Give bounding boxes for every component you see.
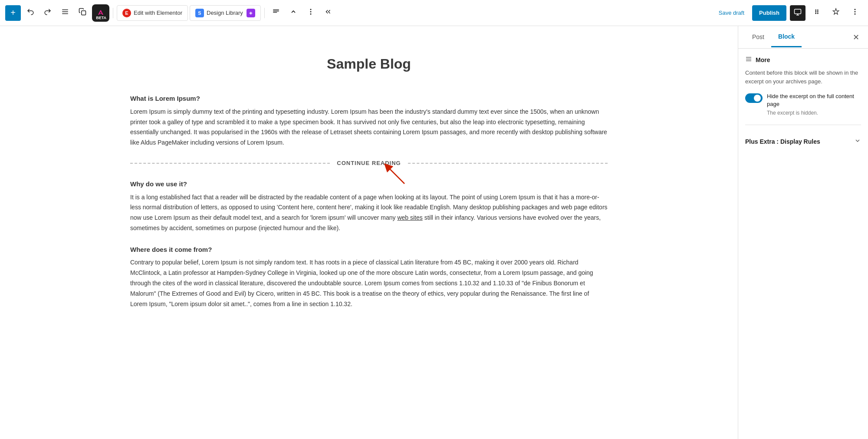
toolbar: + BETA E Edit with Elementor [0, 0, 868, 26]
ai-icon [832, 8, 840, 18]
align-icon [272, 8, 280, 18]
svg-rect-11 [795, 9, 801, 14]
svg-point-18 [815, 13, 816, 14]
desktop-view-button[interactable] [790, 5, 806, 21]
save-draft-button[interactable]: Save draft [714, 7, 749, 19]
design-library-label: Design Library [207, 10, 243, 16]
svg-point-9 [310, 11, 311, 12]
up-down-icon [290, 8, 297, 17]
undo-button[interactable] [23, 5, 38, 21]
desktop-icon [794, 8, 802, 17]
blog-title: Sample Blog [130, 52, 608, 76]
more-header: More [745, 56, 861, 64]
section1-heading: What is Lorem Ipsum? [130, 93, 608, 104]
toggle-slider [745, 93, 763, 103]
beta-badge: BETA [94, 15, 108, 21]
design-library-button[interactable]: S Design Library ◈ [190, 5, 261, 21]
main-layout: Sample Blog What is Lorem Ipsum? Lorem I… [0, 26, 868, 439]
more-section: More Content before this block will be s… [745, 56, 861, 116]
toggle-label-wrap: Hide the excerpt on the full content pag… [767, 92, 861, 116]
collapse-icon [324, 8, 332, 18]
tab-post[interactable]: Post [745, 27, 771, 47]
redo-icon [44, 8, 52, 18]
list-view-button[interactable] [57, 5, 73, 21]
sidebar-body: More Content before this block will be s… [738, 49, 868, 439]
chevron-down-icon [854, 137, 861, 145]
publish-button[interactable]: Publish [752, 5, 786, 21]
close-sidebar-button[interactable]: ✕ [851, 31, 861, 44]
continue-line-right [408, 163, 608, 164]
tab-block[interactable]: Block [771, 27, 802, 47]
continue-reading-text: CONTINUE READING [330, 158, 408, 168]
copy-button[interactable] [75, 5, 90, 21]
more-section-icon [745, 56, 752, 64]
display-rules-label: Plus Extra : Display Rules [745, 138, 820, 145]
sidebar-header: Post Block ✕ [738, 26, 868, 49]
section2-heading: Why do we use it? [130, 178, 608, 190]
more-desc: Content before this block will be shown … [745, 69, 861, 86]
copy-icon [79, 8, 86, 18]
toolbar-divider-2 [264, 8, 265, 18]
toggle-hint: The excerpt is hidden. [767, 110, 861, 116]
svg-rect-3 [82, 11, 86, 15]
section3-body: Contrary to popular belief, Lorem Ipsum … [130, 257, 608, 309]
section3-heading: Where does it come from? [130, 244, 608, 255]
web-sites-link[interactable]: web sites [397, 214, 422, 221]
section1-body: Lorem Ipsum is simply dummy text of the … [130, 107, 608, 148]
continue-line-left [130, 163, 330, 164]
more-title: More [756, 56, 770, 63]
toolbar-divider-1 [113, 8, 113, 18]
svg-point-16 [815, 11, 816, 12]
settings-button[interactable] [847, 5, 863, 21]
collapse-button[interactable] [320, 5, 336, 21]
svg-point-22 [855, 14, 855, 15]
beta-plugin-button[interactable]: BETA [92, 4, 109, 22]
svg-point-21 [855, 11, 855, 12]
svg-point-8 [310, 9, 311, 10]
elementor-btn-label: Edit with Elementor [134, 10, 182, 16]
continue-reading-wrap: CONTINUE READING [130, 158, 608, 168]
add-button[interactable]: + [5, 5, 21, 21]
section2-body: It is a long established fact that a rea… [130, 192, 608, 234]
toggle-row: Hide the excerpt on the full content pag… [745, 92, 861, 116]
drag-button[interactable] [809, 5, 825, 21]
sidebar-divider [745, 125, 861, 125]
design-library-icon: S [195, 9, 204, 17]
up-down-button[interactable] [286, 5, 301, 21]
settings-icon [851, 8, 859, 18]
drag-icon [813, 8, 821, 18]
hide-excerpt-toggle[interactable] [745, 93, 763, 103]
more-options-button[interactable] [303, 5, 319, 21]
svg-point-19 [818, 13, 819, 14]
sidebar: Post Block ✕ More Content before this bl… [738, 26, 868, 439]
svg-point-14 [815, 10, 816, 11]
editor-area[interactable]: Sample Blog What is Lorem Ipsum? Lorem I… [0, 26, 738, 439]
blog-content: Sample Blog What is Lorem Ipsum? Lorem I… [130, 52, 608, 309]
add-icon: + [10, 8, 16, 18]
toolbar-right: Save draft Publish [714, 5, 863, 21]
sidebar-tabs: Post Block [745, 27, 802, 47]
svg-point-15 [818, 10, 819, 11]
redo-button[interactable] [40, 5, 56, 21]
elementor-icon: E [122, 9, 131, 17]
more-options-icon [307, 8, 315, 18]
ai-button[interactable] [828, 5, 844, 21]
display-rules-row[interactable]: Plus Extra : Display Rules [745, 132, 861, 151]
svg-point-20 [855, 9, 855, 10]
toggle-label: Hide the excerpt on the full content pag… [767, 92, 861, 108]
svg-point-10 [310, 14, 311, 15]
undo-icon [26, 8, 34, 18]
align-button[interactable] [268, 5, 284, 21]
svg-point-17 [818, 11, 819, 12]
list-icon [61, 8, 69, 18]
design-library-extra-icon: ◈ [247, 9, 255, 17]
edit-elementor-button[interactable]: E Edit with Elementor [117, 5, 188, 21]
